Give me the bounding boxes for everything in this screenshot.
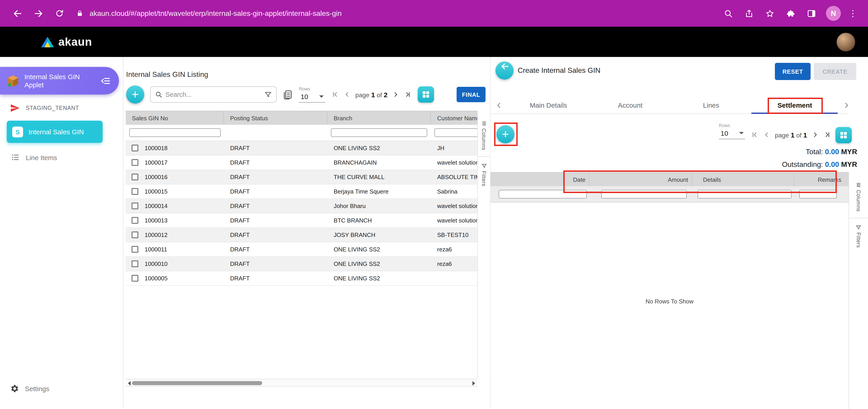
- page-indicator: page 1 of 2: [355, 91, 388, 98]
- tab-main-details[interactable]: Main Details: [521, 97, 576, 114]
- first-page-button[interactable]: [750, 131, 758, 139]
- column-header-posting-status[interactable]: Posting Status: [224, 111, 328, 125]
- columns-panel-toggle[interactable]: Columns: [481, 121, 487, 150]
- add-settlement-button[interactable]: +: [496, 125, 515, 143]
- url-bar[interactable]: akaun.cloud/#/applet/tnt/wavelet/erp/int…: [90, 9, 342, 18]
- share-icon[interactable]: [744, 8, 754, 19]
- row-checkbox[interactable]: [132, 145, 138, 152]
- tab-scroll-right-icon[interactable]: [842, 101, 850, 109]
- column-header-customer-name[interactable]: Customer Name: [431, 111, 477, 125]
- row-checkbox[interactable]: [132, 246, 138, 253]
- cell-sales-gin-no: 1000016: [145, 174, 167, 181]
- next-page-button[interactable]: [811, 131, 819, 139]
- prev-page-button[interactable]: [343, 90, 351, 99]
- create-button[interactable]: CREATE: [814, 63, 856, 80]
- listing-table-row[interactable]: 1000014DRAFTJohor Bharuwavelet solution: [126, 199, 477, 214]
- add-record-button[interactable]: +: [126, 86, 144, 103]
- gear-icon: [10, 384, 20, 394]
- empty-table-message: No Rows To Show: [490, 298, 848, 305]
- duplicate-list-icon[interactable]: [283, 89, 293, 100]
- filter-customer-name-input[interactable]: [435, 128, 478, 137]
- row-checkbox[interactable]: [132, 174, 138, 181]
- column-header-remarks[interactable]: Remarks: [794, 173, 848, 186]
- filter-details-input[interactable]: [698, 190, 792, 198]
- reset-button[interactable]: RESET: [775, 63, 811, 80]
- row-checkbox[interactable]: [132, 260, 138, 267]
- extensions-icon[interactable]: [785, 8, 796, 19]
- create-panel: Create Internal Sales GIN RESET CREATE M…: [490, 57, 868, 409]
- row-checkbox[interactable]: [132, 159, 138, 166]
- column-header-amount[interactable]: Amount: [589, 173, 692, 186]
- column-header-details[interactable]: Details: [692, 173, 794, 186]
- rows-per-page-select[interactable]: 10: [719, 128, 745, 139]
- columns-panel-toggle[interactable]: Columns: [856, 182, 861, 212]
- reload-icon[interactable]: [54, 8, 65, 19]
- filter-date-input[interactable]: [499, 190, 587, 198]
- browser-profile-avatar[interactable]: N: [826, 6, 841, 21]
- listing-table-row[interactable]: 1000010DRAFTONE LIVING SS2reza6: [126, 257, 477, 271]
- tab-settlement[interactable]: Settlement: [768, 97, 822, 114]
- filter-amount-input[interactable]: [601, 190, 687, 198]
- cell-branch: Johor Bharu: [328, 199, 431, 213]
- last-page-button[interactable]: [404, 90, 412, 99]
- filter-sales-gin-no-input[interactable]: [129, 128, 221, 137]
- row-checkbox[interactable]: [132, 231, 138, 238]
- filter-remarks-input[interactable]: [799, 190, 837, 198]
- user-avatar[interactable]: [836, 32, 855, 51]
- side-panel-icon[interactable]: [806, 8, 817, 19]
- listing-table-row[interactable]: 1000012DRAFTJOSY BRANCHSB-TEST10: [126, 228, 477, 242]
- first-page-button[interactable]: [331, 90, 339, 99]
- filter-funnel-icon[interactable]: [265, 91, 272, 98]
- sidebar-item-internal-sales-gin[interactable]: S Internal Sales GIN: [7, 121, 103, 143]
- scroll-left-arrow[interactable]: [128, 381, 131, 386]
- sidebar-item-tenant[interactable]: STAGING_TENANT: [10, 103, 79, 113]
- listing-table-row[interactable]: 1000005DRAFTONE LIVING SS2: [126, 271, 477, 286]
- tab-lines[interactable]: Lines: [684, 97, 738, 114]
- rows-per-page-select[interactable]: 10: [299, 91, 325, 103]
- listing-table-row[interactable]: 1000015DRAFTBerjaya Time SquereSabrina: [126, 185, 477, 199]
- column-header-sales-gin-no[interactable]: Sales GIN No: [126, 111, 224, 125]
- listing-table-row[interactable]: 1000013DRAFTBTC BRANCHwavelet solution: [126, 214, 477, 228]
- browser-menu-icon[interactable]: ⋮: [848, 9, 857, 18]
- cell-branch: BTC BRANCH: [328, 214, 431, 227]
- sidebar-applet-header[interactable]: Internal Sales GIN Applet: [0, 67, 119, 95]
- column-header-date[interactable]: Date: [490, 173, 589, 186]
- grid-view-button[interactable]: [418, 86, 434, 103]
- column-header-branch[interactable]: Branch: [328, 111, 431, 125]
- grid-view-button[interactable]: [835, 127, 852, 143]
- final-button[interactable]: FINAL: [457, 87, 486, 102]
- back-icon[interactable]: [12, 8, 23, 19]
- akaun-logo[interactable]: akaun: [41, 35, 92, 49]
- listing-table-row[interactable]: 1000018DRAFTONE LIVING SS2JH: [126, 141, 477, 156]
- bookmark-star-icon[interactable]: [765, 8, 775, 19]
- sidebar-item-line-items[interactable]: Line Items: [11, 153, 57, 162]
- tab-account[interactable]: Account: [603, 97, 657, 114]
- sidebar-item-label: Internal Sales GIN: [29, 128, 84, 136]
- row-checkbox[interactable]: [132, 202, 138, 209]
- row-checkbox[interactable]: [132, 188, 138, 195]
- settlement-table: Date Amount Details Remarks: [490, 172, 848, 202]
- search-input[interactable]: [165, 91, 261, 98]
- scroll-right-arrow[interactable]: [472, 381, 475, 386]
- scrollbar-thumb[interactable]: [132, 381, 262, 385]
- sidebar-item-settings[interactable]: Settings: [10, 384, 49, 394]
- prev-page-button[interactable]: [763, 131, 771, 139]
- row-checkbox[interactable]: [132, 275, 138, 282]
- listing-table-row[interactable]: 1000011DRAFTONE LIVING SS2reza6: [126, 242, 477, 257]
- lock-icon[interactable]: [74, 8, 85, 19]
- filters-panel-toggle[interactable]: Filters: [481, 163, 487, 186]
- row-checkbox[interactable]: [132, 217, 138, 224]
- forward-icon[interactable]: [33, 8, 44, 19]
- back-button[interactable]: [495, 62, 514, 80]
- tab-scroll-left-icon[interactable]: [495, 101, 503, 109]
- next-page-button[interactable]: [392, 90, 400, 99]
- collapse-sidebar-button[interactable]: [98, 73, 114, 88]
- browser-toolbar: akaun.cloud/#/applet/tnt/wavelet/erp/int…: [0, 0, 868, 27]
- filter-branch-input[interactable]: [331, 128, 427, 137]
- search-icon[interactable]: [723, 8, 734, 19]
- listing-table-row[interactable]: 1000016DRAFTTHE CURVE MALLABSOLUTE TIME: [126, 170, 477, 185]
- filters-panel-toggle[interactable]: Filters: [856, 225, 861, 248]
- listing-table-row[interactable]: 1000017DRAFTBRANCHAGAINwavelet solution: [126, 156, 477, 170]
- horizontal-scrollbar[interactable]: [126, 379, 477, 387]
- last-page-button[interactable]: [823, 131, 831, 139]
